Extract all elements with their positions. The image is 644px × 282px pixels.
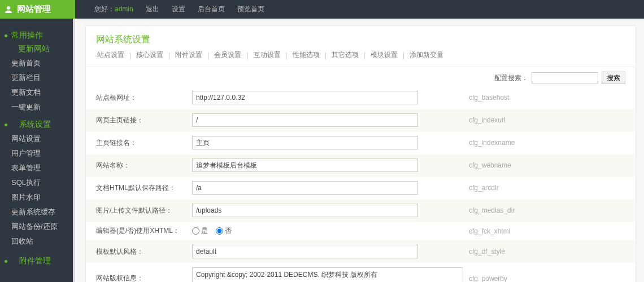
- sidebar-item[interactable]: 网站设置: [0, 131, 75, 146]
- tab-sep: |: [128, 51, 133, 59]
- tab-sep: |: [284, 51, 289, 59]
- form-rows: 站点根网址：cfg_basehost网页主页链接：cfg_indexurl主页链…: [86, 86, 636, 282]
- tab-sep: |: [167, 51, 172, 59]
- field-label: 主页链接名：: [96, 138, 192, 148]
- sidebar-item[interactable]: 用户管理: [0, 146, 75, 161]
- sidebar-item[interactable]: 更新文档: [0, 85, 75, 100]
- field-label: 文档HTML默认保存路径：: [96, 183, 192, 193]
- text-input[interactable]: [192, 158, 418, 172]
- tab[interactable]: 互动设置: [250, 50, 284, 60]
- logo: 网站管理: [0, 0, 75, 19]
- form-row: 图片/上传文件默认路径：cfg_medias_dir: [86, 199, 636, 222]
- search-bar: 配置搜索： 搜索: [86, 67, 636, 86]
- field-control: [192, 267, 418, 282]
- text-input[interactable]: [192, 204, 418, 217]
- nav-logout[interactable]: 退出: [146, 5, 159, 14]
- nav-settings[interactable]: 设置: [172, 5, 185, 14]
- field-control: [192, 113, 418, 127]
- form-row: 网站名称：cfg_webname: [86, 154, 636, 177]
- form-row: 网页主页链接：cfg_indexurl: [86, 109, 636, 131]
- config-var: cfg_arcdir: [418, 184, 625, 192]
- config-var: cfg_medias_dir: [418, 206, 625, 214]
- form-row: 编辑器(是/否)使用XHTML：是否cfg_fck_xhtml: [86, 222, 636, 240]
- radio-option[interactable]: 否: [216, 226, 232, 236]
- tab[interactable]: 站点设置: [94, 50, 128, 60]
- sidebar-item[interactable]: 更新首页: [0, 56, 75, 70]
- field-label: 模板默认风格：: [96, 247, 192, 257]
- tab-sep: |: [206, 51, 211, 59]
- tab[interactable]: 附件设置: [172, 50, 206, 60]
- sidebar-group-system[interactable]: 系统设置: [0, 118, 75, 131]
- config-var: cfg_fck_xhtml: [418, 227, 625, 235]
- form-row: 模板默认风格：cfg_df_style: [86, 240, 636, 263]
- sidebar-item[interactable]: 图片水印: [0, 190, 75, 205]
- sidebar-item[interactable]: 更新系统缓存: [0, 205, 75, 219]
- sidebar-group-attach[interactable]: 附件管理: [0, 254, 75, 268]
- tab-sep: |: [245, 51, 250, 59]
- search-input[interactable]: [532, 72, 598, 83]
- config-var: cfg_basehost: [418, 94, 625, 102]
- sidebar-item[interactable]: 回收站: [0, 234, 75, 249]
- field-control: [192, 136, 418, 149]
- top-nav: 您好：admin 退出 设置 后台首页 预览首页: [94, 5, 264, 14]
- field-label: 站点根网址：: [96, 93, 192, 103]
- form-row: 文档HTML默认保存路径：cfg_arcdir: [86, 177, 636, 199]
- nav-admin-home[interactable]: 后台首页: [198, 5, 225, 14]
- svg-point-0: [7, 6, 10, 10]
- page-title: 网站系统设置: [86, 26, 636, 50]
- field-control: [192, 91, 418, 104]
- text-input[interactable]: [192, 181, 418, 195]
- sidebar-group-common[interactable]: 常用操作: [0, 29, 75, 42]
- text-input[interactable]: [192, 245, 418, 258]
- hello: 您好：admin: [94, 5, 133, 14]
- tabs: 站点设置|核心设置|附件设置|会员设置|互动设置|性能选项|其它选项|模块设置|…: [86, 50, 636, 67]
- text-input[interactable]: [192, 113, 418, 127]
- sidebar-item[interactable]: 网站备份/还原: [0, 219, 75, 234]
- sidebar-item[interactable]: SQL执行: [0, 175, 75, 190]
- field-label: 编辑器(是/否)使用XHTML：: [96, 226, 192, 236]
- text-input[interactable]: [192, 91, 418, 104]
- nav-preview-home[interactable]: 预览首页: [237, 5, 264, 14]
- tab-sep: |: [323, 51, 328, 59]
- field-control: [192, 204, 418, 217]
- field-control: [192, 245, 418, 258]
- sidebar-item[interactable]: 一键更新: [0, 100, 75, 114]
- form-row: 网站版权信息：cfg_powerby: [86, 263, 636, 282]
- field-control: 是否: [192, 226, 418, 236]
- settings-panel: 网站系统设置 站点设置|核心设置|附件设置|会员设置|互动设置|性能选项|其它选…: [85, 25, 636, 282]
- radio-input[interactable]: [216, 227, 223, 235]
- form-row: 主页链接名：cfg_indexname: [86, 131, 636, 154]
- field-label: 网页主页链接：: [96, 116, 192, 125]
- top-bar: 网站管理 您好：admin 退出 设置 后台首页 预览首页: [0, 0, 644, 19]
- text-input[interactable]: [192, 136, 418, 149]
- sidebar-item[interactable]: 表单管理: [0, 161, 75, 175]
- config-var: cfg_powerby: [418, 275, 625, 283]
- tab-sep: |: [401, 51, 406, 59]
- tab[interactable]: 会员设置: [211, 50, 245, 60]
- search-button[interactable]: 搜索: [602, 72, 625, 84]
- field-label: 网站名称：: [96, 161, 192, 170]
- field-label: 网站版权信息：: [96, 274, 192, 282]
- sidebar: 常用操作 更新网站 更新首页 更新栏目 更新文档 一键更新 系统设置 网站设置 …: [0, 19, 75, 282]
- logo-text: 网站管理: [17, 4, 51, 15]
- field-control: [192, 158, 418, 172]
- main: 网站系统设置 站点设置|核心设置|附件设置|会员设置|互动设置|性能选项|其它选…: [75, 19, 644, 282]
- sidebar-item[interactable]: 更新栏目: [0, 70, 75, 85]
- config-var: cfg_indexurl: [418, 116, 625, 124]
- tab[interactable]: 性能选项: [289, 50, 323, 60]
- field-label: 图片/上传文件默认路径：: [96, 206, 192, 215]
- admin-icon: [3, 5, 14, 15]
- config-var: cfg_df_style: [418, 248, 625, 255]
- config-var: cfg_indexname: [418, 139, 625, 147]
- sidebar-subtitle-update[interactable]: 更新网站: [0, 42, 75, 56]
- radio-option[interactable]: 是: [192, 226, 208, 236]
- radio-input[interactable]: [192, 227, 199, 235]
- tab[interactable]: 其它选项: [328, 50, 362, 60]
- tab-sep: |: [362, 51, 367, 59]
- search-label: 配置搜索：: [494, 73, 528, 83]
- field-control: [192, 181, 418, 195]
- form-row: 站点根网址：cfg_basehost: [86, 86, 636, 109]
- tab[interactable]: 核心设置: [133, 50, 167, 60]
- tab[interactable]: 添加新变量: [406, 50, 447, 60]
- tab[interactable]: 模块设置: [367, 50, 401, 60]
